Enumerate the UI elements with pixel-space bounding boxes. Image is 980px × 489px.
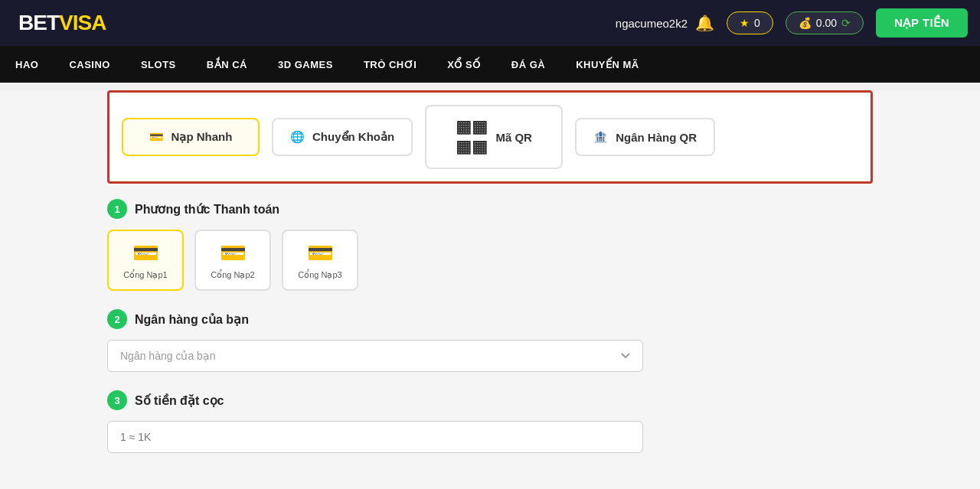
star-icon: ★: [740, 17, 750, 29]
logo: BET VISA: [12, 8, 112, 38]
points-box: ★ 0: [727, 11, 773, 34]
section1-title: Phương thức Thanh toán: [135, 202, 279, 217]
ma-qr-icon: ▦▦▦▦: [456, 117, 488, 157]
section2-title: Ngân hàng của bạn: [135, 312, 249, 327]
main-content: 1 Phương thức Thanh toán 💳 Cổng Nạp1 💳 C…: [0, 184, 980, 487]
username-label: ngacumeo2k2: [616, 17, 688, 30]
method-card-3[interactable]: 💳 Cổng Nạp3: [282, 230, 358, 291]
chuyen-khoan-icon: 🌐: [290, 130, 305, 144]
bank-select[interactable]: Ngân hàng của bạn: [107, 340, 643, 372]
pay-tab-ngan-hang-qr[interactable]: 🏦 Ngân Hàng QR: [575, 118, 715, 156]
method3-label: Cổng Nạp3: [298, 270, 341, 280]
method3-icon: 💳: [307, 240, 334, 266]
logo-bet: BET: [18, 11, 59, 35]
chuyen-khoan-label: Chuyển Khoản: [312, 130, 394, 144]
pay-tab-nap-nhanh[interactable]: 💳 Nạp Nhanh: [122, 118, 260, 156]
section1-header: 1 Phương thức Thanh toán: [107, 199, 873, 219]
step3-circle: 3: [107, 390, 127, 410]
method1-icon: 💳: [132, 240, 159, 266]
nap-nhanh-label: Nạp Nhanh: [172, 130, 233, 144]
section3-header: 3 Số tiền đặt cọc: [107, 390, 873, 410]
method2-label: Cổng Nạp2: [211, 270, 254, 280]
payment-methods-list: 💳 Cổng Nạp1 💳 Cổng Nạp2 💳 Cổng Nạp3: [107, 230, 873, 291]
points-value: 0: [754, 17, 760, 29]
bank-select-wrapper: Ngân hàng của bạn: [107, 340, 643, 372]
section-bank: 2 Ngân hàng của bạn Ngân hàng của bạn: [107, 309, 873, 372]
method2-icon: 💳: [220, 240, 247, 266]
step2-circle: 2: [107, 309, 127, 329]
method-card-1[interactable]: 💳 Cổng Nạp1: [107, 230, 184, 291]
logo-visa: VISA: [59, 11, 106, 35]
balance-value: 0.00: [816, 17, 837, 29]
nav-item-hao[interactable]: HAO: [0, 46, 54, 83]
pay-tab-ma-qr[interactable]: ▦▦▦▦ Mã QR: [425, 105, 563, 169]
nav-item-3dgames[interactable]: 3D GAMES: [263, 46, 348, 83]
refresh-icon[interactable]: ⟳: [841, 17, 851, 29]
method1-label: Cổng Nạp1: [123, 270, 167, 280]
nav-item-casino[interactable]: CASINO: [54, 46, 126, 83]
pay-tab-chuyen-khoan[interactable]: 🌐 Chuyển Khoản: [272, 118, 413, 156]
nav-item-tro-choi[interactable]: TRÒ CHƠI: [348, 46, 432, 83]
nav-item-da-ga[interactable]: ĐÁ GÀ: [496, 46, 560, 83]
amount-input[interactable]: [107, 421, 643, 453]
nav: HAO CASINO SLOTS BẮN CÁ 3D GAMES TRÒ CHƠ…: [0, 46, 980, 83]
section-payment-method: 1 Phương thức Thanh toán 💳 Cổng Nạp1 💳 C…: [107, 199, 873, 291]
nav-item-xo-so[interactable]: XỔ SỐ: [432, 46, 495, 83]
balance-box: 💰 0.00 ⟳: [786, 11, 864, 34]
money-icon: 💰: [799, 17, 812, 29]
section3-title: Số tiền đặt cọc: [135, 393, 224, 408]
step1-circle: 1: [107, 199, 127, 219]
header: BET VISA ngacumeo2k2 🔔 ★ 0 💰 0.00 ⟳ NẠP …: [0, 0, 980, 46]
username-area: ngacumeo2k2 🔔: [616, 14, 714, 32]
nav-item-khuyen-ma[interactable]: KHUYẾN MÃ: [560, 46, 655, 83]
section2-header: 2 Ngân hàng của bạn: [107, 309, 873, 329]
nav-item-ban-ca[interactable]: BẮN CÁ: [191, 46, 263, 83]
payment-tabs: 💳 Nạp Nhanh 🌐 Chuyển Khoản ▦▦▦▦ Mã QR 🏦 …: [107, 90, 873, 184]
ngan-hang-qr-icon: 🏦: [593, 130, 608, 144]
ma-qr-label: Mã QR: [495, 131, 532, 144]
bell-icon[interactable]: 🔔: [695, 14, 714, 32]
deposit-button[interactable]: NẠP TIỀN: [876, 8, 968, 37]
section-amount: 3 Số tiền đặt cọc: [107, 390, 873, 453]
method-card-2[interactable]: 💳 Cổng Nạp2: [194, 230, 271, 291]
ngan-hang-qr-label: Ngân Hàng QR: [616, 131, 697, 144]
nap-nhanh-icon: 💳: [149, 130, 164, 144]
nav-item-slots[interactable]: SLOTS: [126, 46, 191, 83]
